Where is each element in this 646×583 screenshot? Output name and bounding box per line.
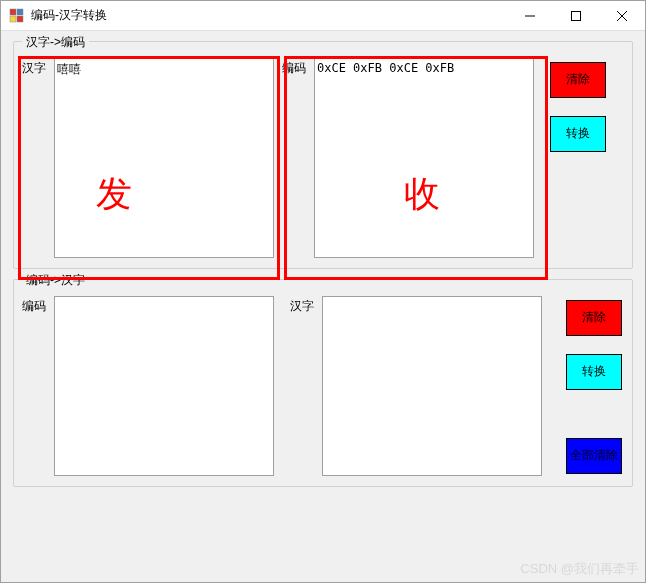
group1-hanzi-field: 汉字 <box>22 58 282 258</box>
group1-bianma-field: 编码 <box>282 58 542 258</box>
app-icon <box>9 8 25 24</box>
svg-rect-2 <box>10 16 16 22</box>
convert-button-2[interactable]: 转换 <box>566 354 622 390</box>
app-window: 编码-汉字转换 汉字->编码 发 收 <box>0 0 646 583</box>
group2-row: 编码 汉字 清除 转换 全部清除 <box>22 296 624 476</box>
group2-buttons: 清除 转换 全部清除 <box>566 296 622 476</box>
group2-bianma-field: 编码 <box>22 296 282 476</box>
hanzi-output[interactable] <box>322 296 542 476</box>
bianma-label-2: 编码 <box>22 296 50 315</box>
group1-buttons: 清除 转换 <box>550 58 606 258</box>
svg-rect-0 <box>10 9 16 15</box>
close-button[interactable] <box>599 1 645 30</box>
clear-all-button[interactable]: 全部清除 <box>566 438 622 474</box>
svg-rect-3 <box>17 16 23 22</box>
clear-button-2[interactable]: 清除 <box>566 300 622 336</box>
window-title: 编码-汉字转换 <box>31 7 507 24</box>
group1-title: 汉字->编码 <box>22 34 89 51</box>
hanzi-label: 汉字 <box>22 58 50 77</box>
bianma-input[interactable] <box>54 296 274 476</box>
hanzi-label-2: 汉字 <box>290 296 318 315</box>
group1-row: 发 收 汉字 编码 清除 转换 <box>22 58 624 258</box>
watermark: CSDN @我们再牵手 <box>520 560 639 578</box>
svg-rect-5 <box>572 11 581 20</box>
window-controls <box>507 1 645 30</box>
svg-rect-1 <box>17 9 23 15</box>
bianma-output[interactable] <box>314 58 534 258</box>
group2-title: 编码->汉字 <box>22 272 89 289</box>
minimize-button[interactable] <box>507 1 553 30</box>
convert-button[interactable]: 转换 <box>550 116 606 152</box>
bianma-label: 编码 <box>282 58 310 77</box>
clear-button[interactable]: 清除 <box>550 62 606 98</box>
group2-hanzi-field: 汉字 <box>290 296 550 476</box>
hanzi-input[interactable] <box>54 58 274 258</box>
group-bianma-to-hanzi: 编码->汉字 编码 汉字 清除 转换 全部清除 <box>13 279 633 487</box>
window-body: 汉字->编码 发 收 汉字 编码 清除 转换 <box>1 31 645 582</box>
maximize-button[interactable] <box>553 1 599 30</box>
titlebar[interactable]: 编码-汉字转换 <box>1 1 645 31</box>
group-hanzi-to-bianma: 汉字->编码 发 收 汉字 编码 清除 转换 <box>13 41 633 269</box>
